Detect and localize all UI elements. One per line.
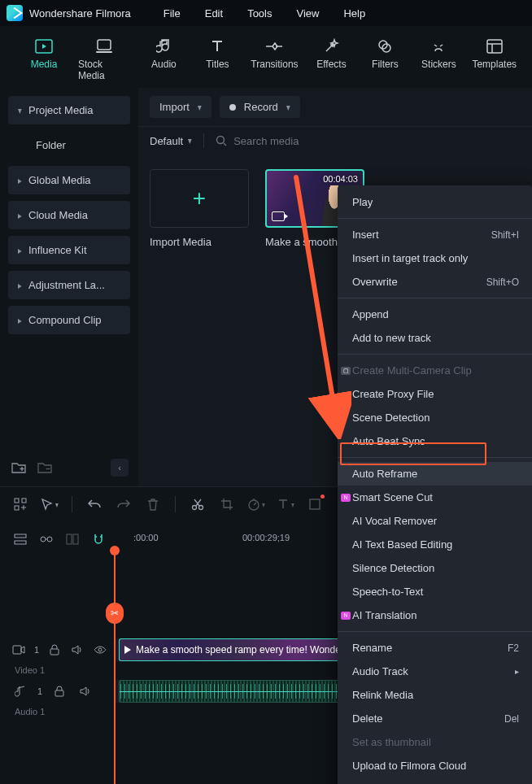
svg-rect-8 (22, 499, 26, 503)
audio-track-controls: 1 (11, 682, 107, 700)
cm-auto-beat-sync[interactable]: Auto Beat Sync (338, 429, 532, 453)
text-button[interactable]: ▾ (277, 495, 294, 513)
menu-edit[interactable]: Edit (205, 7, 223, 20)
sidebar-item-folder[interactable]: Folder (8, 131, 130, 159)
adjust-button[interactable] (306, 495, 324, 513)
tab-stickers[interactable]: Stickers (419, 37, 458, 81)
new-folder-button[interactable] (10, 459, 28, 477)
menu-tools[interactable]: Tools (247, 7, 272, 20)
cm-delete[interactable]: DeleteDel (338, 707, 532, 730)
cm-play[interactable]: Play (338, 190, 532, 214)
cm-ai-vocal-remover[interactable]: AI Vocal Remover (338, 509, 532, 533)
search-media[interactable] (216, 135, 396, 147)
cm-upload-cloud[interactable]: Upload to Filmora Cloud (338, 754, 532, 777)
search-icon (216, 135, 227, 146)
cm-speech-to-text[interactable]: Speech-to-Text (338, 580, 532, 603)
tab-media[interactable]: Media (24, 37, 63, 81)
track-opt-magnet[interactable] (89, 530, 107, 548)
sort-dropdown[interactable]: Default ▾ (150, 135, 192, 147)
tab-media-label: Media (31, 59, 58, 70)
tab-transitions[interactable]: Transitions (251, 37, 297, 81)
cm-relink-media[interactable]: Relink Media (338, 683, 532, 707)
selection-tool-button[interactable]: ▾ (41, 495, 59, 513)
sidebar-item-influence-kit[interactable]: ▸ Influence Kit (8, 236, 130, 264)
media-panel-topbar: Import ▾ Record ▾ (138, 88, 532, 126)
collapse-sidebar-button[interactable]: ‹ (111, 459, 129, 477)
tab-templates[interactable]: Templates (473, 37, 516, 81)
import-dropdown[interactable]: Import ▾ (150, 96, 211, 118)
import-label: Import (159, 101, 190, 113)
menu-help[interactable]: Help (343, 7, 365, 20)
track-visible-button[interactable] (93, 641, 107, 659)
svg-rect-14 (15, 534, 26, 538)
import-media-tile[interactable]: + Import Media (150, 169, 249, 248)
sidebar-item-adjustment-layer[interactable]: ▸ Adjustment La... (8, 271, 130, 299)
cm-rename[interactable]: RenameF2 (338, 636, 532, 660)
track-lock-button[interactable] (47, 641, 62, 659)
video-badge-icon (272, 211, 285, 221)
delete-button[interactable] (144, 495, 162, 513)
search-input[interactable] (233, 135, 396, 147)
tab-filters[interactable]: Filters (365, 37, 404, 81)
video-track-icon[interactable] (11, 641, 26, 659)
track-opt-3[interactable] (63, 530, 81, 548)
playhead-cut-icon[interactable]: ✂ (106, 603, 124, 624)
module-tabs: Media Stock Media Audio Titles Transitio… (0, 26, 532, 88)
svg-rect-7 (15, 499, 19, 503)
sidebar-item-cloud-media[interactable]: ▸ Cloud Media (8, 201, 130, 229)
record-label: Record (244, 101, 278, 113)
cm-create-proxy[interactable]: Create Proxy File (338, 382, 532, 406)
chevron-down-icon: ▾ (188, 136, 192, 146)
plus-icon: + (193, 185, 206, 211)
cm-copy-global[interactable]: Copy to Global Media (338, 777, 532, 784)
import-thumb[interactable]: + (150, 169, 249, 228)
tab-titles[interactable]: Titles (198, 37, 237, 81)
app-title: Wondershare Filmora (29, 7, 131, 20)
cm-audio-track[interactable]: Audio Track▸ (338, 660, 532, 683)
cm-silence-detection[interactable]: Silence Detection (338, 556, 532, 580)
playhead[interactable]: ✂ (114, 551, 116, 784)
menu-view[interactable]: View (296, 7, 319, 20)
tab-stock-media[interactable]: Stock Media (78, 37, 129, 81)
svg-rect-13 (310, 499, 320, 509)
track-lock-button[interactable] (50, 682, 68, 700)
cm-ai-text-editing[interactable]: AI Text Based Editing (338, 533, 532, 556)
speed-button[interactable]: ▾ (247, 495, 265, 513)
track-opt-1[interactable] (11, 530, 29, 548)
sidebar-item-global-media[interactable]: ▸ Global Media (8, 166, 130, 194)
redo-button[interactable] (115, 495, 133, 513)
tab-audio[interactable]: Audio (144, 37, 183, 81)
cm-overwrite[interactable]: OverwriteShift+O (338, 270, 532, 294)
sidebar-label: Project Media (28, 104, 93, 116)
tab-templates-label: Templates (472, 59, 517, 70)
menu-bar: File Edit Tools View Help (164, 7, 365, 20)
timeline-layout-button[interactable] (11, 495, 29, 513)
media-icon (35, 37, 53, 55)
cm-smart-scene-cut[interactable]: NSmart Scene Cut (338, 486, 532, 509)
svg-rect-23 (55, 690, 63, 696)
audio-track-icon[interactable] (11, 682, 29, 700)
cm-add-new-track[interactable]: Add to new track (338, 326, 532, 350)
cm-append[interactable]: Append (338, 303, 532, 326)
menu-file[interactable]: File (164, 7, 181, 20)
svg-rect-18 (67, 534, 72, 544)
undo-button[interactable] (85, 495, 103, 513)
track-mute-button[interactable] (76, 682, 94, 700)
cm-auto-reframe[interactable]: Auto Reframe (338, 462, 532, 486)
sidebar-label: Adjustment La... (28, 279, 105, 291)
record-dropdown[interactable]: Record ▾ (220, 96, 300, 118)
cm-insert[interactable]: InsertShift+I (338, 223, 532, 246)
cm-insert-target[interactable]: Insert in target track only (338, 246, 532, 270)
split-button[interactable] (189, 495, 207, 513)
cm-ai-translation[interactable]: NAI Translation (338, 603, 532, 627)
crop-button[interactable] (218, 495, 236, 513)
delete-folder-button[interactable] (36, 459, 54, 477)
track-opt-2[interactable] (37, 530, 55, 548)
tab-effects[interactable]: Effects (312, 37, 351, 81)
track-mute-button[interactable] (70, 641, 85, 659)
play-icon (124, 646, 131, 654)
cm-scene-detection[interactable]: Scene Detection (338, 406, 532, 429)
sidebar-item-compound-clip[interactable]: ▸ Compound Clip (8, 306, 130, 334)
cm-set-thumbnail: Set as thumbnail (338, 730, 532, 754)
sidebar-item-project-media[interactable]: ▾ Project Media (8, 96, 130, 124)
